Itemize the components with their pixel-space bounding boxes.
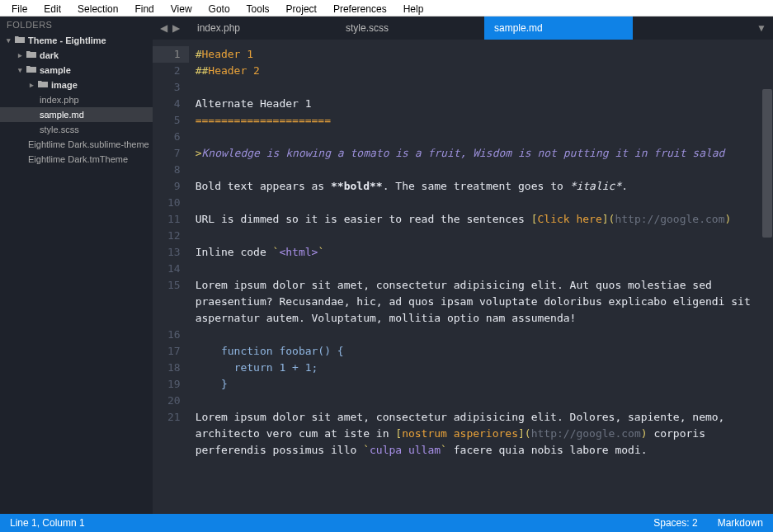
folder-icon <box>26 50 36 60</box>
tab-sample-md[interactable]: sample.md <box>484 16 633 40</box>
status-spaces[interactable]: Spaces: 2 <box>653 517 697 529</box>
scrollbar-thumb[interactable] <box>762 89 772 238</box>
line-number[interactable]: 14 <box>167 261 181 277</box>
disclosure-arrow-icon[interactable]: ▸ <box>30 81 38 89</box>
code-line[interactable]: Lorem ipsum dolor sit amet, consectetur … <box>196 277 766 327</box>
code-line[interactable]: Lorem ipsum dolor sit amet, consectetur … <box>196 409 766 459</box>
sidebar: FOLDERS ▾Theme - Eightlime▸dark▾sample▸i… <box>0 16 153 514</box>
line-number[interactable]: 9 <box>167 178 181 195</box>
menu-goto[interactable]: Goto <box>200 2 238 14</box>
disclosure-arrow-icon[interactable]: ▾ <box>7 36 15 45</box>
tab-style-scss[interactable]: style.scss <box>336 16 484 40</box>
code-area[interactable]: #Header 1##Header 2 Alternate Header 1==… <box>189 40 773 514</box>
code-line[interactable]: Alternate Header 1 <box>196 96 766 112</box>
tree-item-label: dark <box>40 50 59 60</box>
tree-item-label: Eightlime Dark.sublime-theme <box>28 139 149 149</box>
gutter: 123456789101112131415161718192021 <box>153 40 189 514</box>
line-number[interactable]: 21 <box>167 409 181 459</box>
tree-item-label: index.php <box>40 95 79 105</box>
sidebar-header: FOLDERS <box>0 16 153 33</box>
menu-file[interactable]: File <box>3 2 35 14</box>
file-style-scss[interactable]: style.scss <box>0 122 153 137</box>
file-sample-md[interactable]: sample.md <box>0 107 153 122</box>
tree-item-label: sample <box>40 65 71 75</box>
code-line[interactable] <box>196 79 766 96</box>
line-number[interactable]: 3 <box>167 79 181 96</box>
code-line[interactable]: >Knowledge is knowing a tomato is a frui… <box>196 145 766 162</box>
code-line[interactable]: Bold text appears as **bold**. The same … <box>196 178 766 195</box>
disclosure-arrow-icon[interactable]: ▾ <box>18 66 26 74</box>
tab-overflow[interactable]: ▼ <box>633 16 773 40</box>
main-area: FOLDERS ▾Theme - Eightlime▸dark▾sample▸i… <box>0 16 773 514</box>
line-number[interactable]: 13 <box>167 244 181 261</box>
line-number[interactable]: 16 <box>167 327 181 343</box>
menu-tools[interactable]: Tools <box>238 2 278 14</box>
back-icon[interactable]: ◀ <box>158 22 170 34</box>
line-number[interactable]: 1 <box>153 46 189 63</box>
code-line[interactable]: ===================== <box>196 112 766 129</box>
folder-sample[interactable]: ▾sample <box>0 63 153 78</box>
status-syntax[interactable]: Markdown <box>718 517 763 529</box>
code-line[interactable] <box>196 228 766 244</box>
line-number[interactable]: 20 <box>167 393 181 409</box>
menu-help[interactable]: Help <box>395 2 432 14</box>
folder-icon <box>15 35 25 45</box>
code-line[interactable]: ##Header 2 <box>196 63 766 79</box>
line-number[interactable]: 12 <box>167 228 181 244</box>
tabbar: ◀ ▶ index.phpstyle.scsssample.md ▼ <box>153 16 773 40</box>
line-number[interactable]: 7 <box>167 145 181 162</box>
code-line[interactable] <box>196 261 766 277</box>
code-line[interactable] <box>196 195 766 211</box>
menu-project[interactable]: Project <box>278 2 325 14</box>
code-line[interactable]: URL is dimmed so it is easier to read th… <box>196 211 766 228</box>
code-line[interactable]: Inline code `<html>` <box>196 244 766 261</box>
code-line[interactable]: function foobar() { <box>196 343 766 360</box>
menu-preferences[interactable]: Preferences <box>325 2 395 14</box>
line-number[interactable]: 11 <box>167 211 181 228</box>
folder-theme-eightlime[interactable]: ▾Theme - Eightlime <box>0 33 153 48</box>
tab-history-nav[interactable]: ◀ ▶ <box>153 16 187 40</box>
statusbar: Line 1, Column 1 Spaces: 2 Markdown <box>0 514 773 532</box>
code-line[interactable] <box>196 327 766 343</box>
line-number[interactable]: 10 <box>167 195 181 211</box>
line-number[interactable]: 2 <box>167 63 181 79</box>
code-line[interactable] <box>196 393 766 409</box>
tab-index-php[interactable]: index.php <box>187 16 336 40</box>
file-index-php[interactable]: index.php <box>0 92 153 107</box>
menu-selection[interactable]: Selection <box>69 2 126 14</box>
line-number[interactable]: 5 <box>167 112 181 129</box>
code-line[interactable] <box>196 129 766 145</box>
folder-image[interactable]: ▸image <box>0 78 153 92</box>
status-position[interactable]: Line 1, Column 1 <box>10 517 634 529</box>
file-eightlime-dark-tmtheme[interactable]: Eightlime Dark.tmTheme <box>0 152 153 167</box>
folder-dark[interactable]: ▸dark <box>0 48 153 63</box>
tree-item-label: sample.md <box>40 110 84 120</box>
code-line[interactable]: } <box>196 376 766 393</box>
line-number[interactable]: 19 <box>167 376 181 393</box>
code-line[interactable] <box>196 162 766 178</box>
tree-item-label: style.scss <box>40 125 79 134</box>
line-number[interactable]: 15 <box>167 277 181 327</box>
line-number[interactable]: 6 <box>167 129 181 145</box>
code-line[interactable]: return 1 + 1; <box>196 360 766 376</box>
menu-find[interactable]: Find <box>126 2 162 14</box>
tree-item-label: Eightlime Dark.tmTheme <box>28 154 128 164</box>
menu-view[interactable]: View <box>163 2 200 14</box>
code-line[interactable]: #Header 1 <box>196 46 766 63</box>
forward-icon[interactable]: ▶ <box>170 22 182 34</box>
file-eightlime-dark-sublime-theme[interactable]: Eightlime Dark.sublime-theme <box>0 137 153 152</box>
menubar: FileEditSelectionFindViewGotoToolsProjec… <box>0 0 773 16</box>
file-tree: ▾Theme - Eightlime▸dark▾sample▸imageinde… <box>0 33 153 167</box>
folder-icon <box>38 80 48 90</box>
tree-item-label: image <box>51 80 78 90</box>
folder-icon <box>26 65 36 75</box>
disclosure-arrow-icon[interactable]: ▸ <box>18 51 26 59</box>
editor[interactable]: 123456789101112131415161718192021 #Heade… <box>153 40 773 514</box>
line-number[interactable]: 8 <box>167 162 181 178</box>
line-number[interactable]: 17 <box>167 343 181 360</box>
line-number[interactable]: 4 <box>167 96 181 112</box>
line-number[interactable]: 18 <box>167 360 181 376</box>
scrollbar-vertical[interactable] <box>761 40 773 514</box>
editor-area: ◀ ▶ index.phpstyle.scsssample.md ▼ 12345… <box>153 16 773 514</box>
menu-edit[interactable]: Edit <box>35 2 69 14</box>
